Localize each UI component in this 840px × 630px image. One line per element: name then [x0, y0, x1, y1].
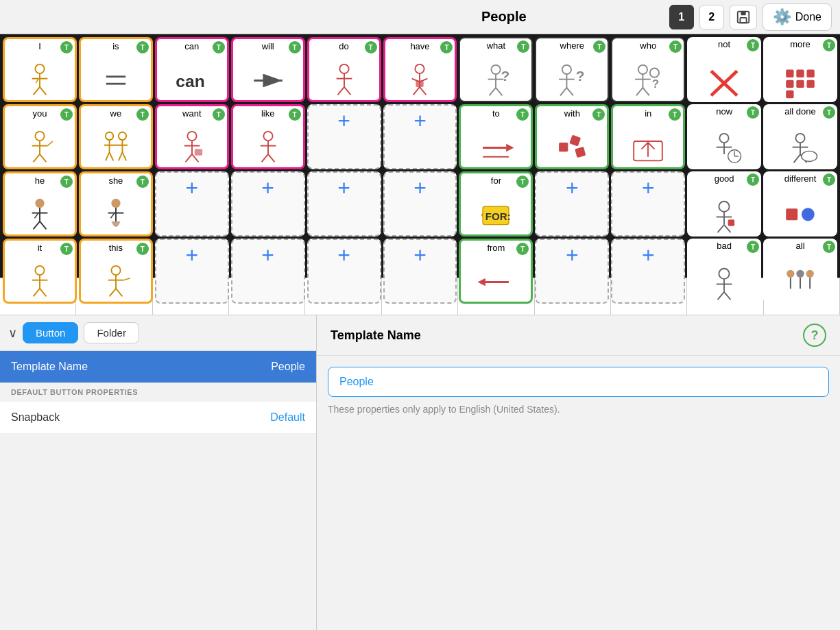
save-button[interactable] — [730, 5, 757, 29]
help-button[interactable]: ? — [803, 324, 826, 347]
grid-cell-empty[interactable]: + — [231, 239, 305, 304]
grid-cell-empty[interactable]: + — [155, 239, 229, 304]
svg-line-30 — [496, 87, 502, 95]
add-cell-icon[interactable]: + — [413, 108, 427, 134]
add-cell-icon[interactable]: + — [337, 243, 350, 268]
snapback-row: Snapback Default — [0, 402, 316, 434]
t-badge: T — [136, 175, 149, 188]
grid-cell-she[interactable]: she T — [79, 171, 153, 237]
grid-cell-all-done[interactable]: all done T — [763, 104, 837, 169]
grid-cell-like[interactable]: like T — [231, 104, 305, 169]
add-cell-icon[interactable]: + — [337, 108, 350, 134]
add-cell-icon[interactable]: + — [413, 175, 427, 201]
grid-cell-empty[interactable]: + — [383, 171, 457, 237]
svg-marker-132 — [478, 278, 485, 285]
add-cell-icon[interactable]: + — [413, 243, 427, 268]
grid-cell-more[interactable]: more T — [763, 37, 837, 102]
grid-cell-not[interactable]: not T — [687, 37, 761, 102]
grid-cell-can[interactable]: can can T — [155, 37, 229, 102]
page2-button[interactable]: 2 — [699, 5, 724, 29]
cell-image: ? — [475, 62, 516, 99]
grid-cell-empty[interactable]: + — [535, 171, 609, 237]
add-cell-icon[interactable]: + — [566, 175, 579, 201]
button-tab[interactable]: Button — [23, 322, 78, 343]
grid-cell-this[interactable]: this T — [79, 239, 153, 304]
cell-image — [95, 263, 136, 300]
svg-text:can: can — [176, 71, 204, 90]
bottom-area: ∨ Button Folder Template Name People DEF… — [0, 315, 840, 630]
cell-label: who — [640, 41, 656, 51]
grid-cell-empty[interactable]: + — [231, 171, 305, 237]
grid-cell-for[interactable]: for FOR: T — [459, 171, 533, 237]
svg-line-18 — [344, 86, 350, 94]
grid-cell-I[interactable]: I T — [3, 37, 77, 102]
add-cell-icon[interactable]: + — [642, 243, 655, 268]
grid-cell-now[interactable]: now T — [687, 104, 761, 169]
grid-cell-empty[interactable]: + — [155, 171, 229, 237]
svg-line-124 — [40, 288, 46, 295]
grid-cell-where[interactable]: where ? T — [535, 37, 609, 102]
grid-cell-empty[interactable]: + — [307, 171, 381, 237]
grid-cell-we[interactable]: we T — [79, 104, 153, 169]
grid-cell-in[interactable]: in T — [611, 104, 685, 169]
add-cell-icon[interactable]: + — [337, 175, 350, 201]
grid-cell-good[interactable]: good T — [687, 171, 761, 237]
grid-cell-empty[interactable]: + — [611, 239, 685, 304]
grid-cell-bad[interactable]: bad T — [687, 239, 761, 304]
svg-line-7 — [40, 86, 46, 94]
cell-label: do — [339, 42, 348, 51]
t-badge: T — [365, 41, 377, 53]
svg-point-99 — [802, 151, 817, 161]
svg-rect-48 — [796, 69, 804, 77]
add-cell-icon[interactable]: + — [261, 243, 274, 268]
grid-cell-with[interactable]: with T — [535, 104, 609, 169]
add-cell-icon[interactable]: + — [185, 243, 198, 268]
grid-cell-all[interactable]: all T — [763, 239, 837, 304]
grid-cell-empty[interactable]: + — [307, 104, 381, 169]
header-controls: 1 2 ⚙️ Done — [669, 3, 832, 31]
cell-image — [248, 128, 289, 166]
grid-cell-he[interactable]: he T — [3, 171, 77, 237]
grid-cell-empty[interactable]: + — [611, 171, 685, 237]
cell-label: will — [262, 42, 274, 51]
grid-cell-it[interactable]: it T — [3, 239, 77, 304]
svg-line-105 — [34, 213, 38, 218]
template-name-input[interactable] — [328, 367, 829, 397]
add-cell-icon[interactable]: + — [185, 175, 198, 201]
done-button[interactable]: ⚙️ Done — [763, 3, 832, 31]
grid-cell-to[interactable]: to T — [459, 104, 533, 169]
cell-image: ? — [551, 62, 592, 99]
svg-line-115 — [718, 224, 724, 232]
add-cell-icon[interactable]: + — [566, 243, 579, 268]
grid-cell-empty[interactable]: + — [383, 239, 457, 304]
page-title: People — [339, 9, 669, 25]
folder-tab[interactable]: Folder — [84, 322, 139, 343]
svg-point-140 — [806, 269, 814, 277]
cell-label: in — [645, 109, 651, 119]
grid-cell-who[interactable]: who ? T — [611, 37, 685, 102]
grid-cell-you[interactable]: you T — [3, 104, 77, 169]
grid-cell-empty[interactable]: + — [383, 104, 457, 169]
grid-cell-different[interactable]: different T — [763, 171, 837, 237]
grid-cell-is[interactable]: is T — [79, 37, 153, 102]
t-badge: T — [823, 106, 835, 119]
add-cell-icon[interactable]: + — [642, 175, 655, 201]
svg-line-66 — [109, 152, 113, 160]
svg-point-3 — [35, 64, 44, 73]
chevron-down-icon[interactable]: ∨ — [8, 326, 17, 341]
t-badge: T — [747, 39, 759, 51]
grid-cell-will[interactable]: will T — [231, 37, 305, 102]
grid-cell-want[interactable]: want T — [155, 104, 229, 169]
grid-cell-empty[interactable]: + — [535, 239, 609, 304]
grid-cell-have[interactable]: have T — [383, 37, 457, 102]
add-cell-icon[interactable]: + — [261, 175, 274, 201]
svg-rect-74 — [195, 149, 202, 155]
svg-line-17 — [337, 86, 344, 94]
grid-cell-what[interactable]: what ? T — [459, 37, 533, 102]
grid-cell-from[interactable]: from T — [459, 239, 533, 304]
grid-cell-do[interactable]: do T — [307, 37, 381, 102]
grid-cell-empty[interactable]: + — [307, 239, 381, 304]
svg-rect-51 — [806, 69, 814, 77]
svg-rect-49 — [786, 80, 793, 87]
page1-button[interactable]: 1 — [669, 5, 694, 29]
